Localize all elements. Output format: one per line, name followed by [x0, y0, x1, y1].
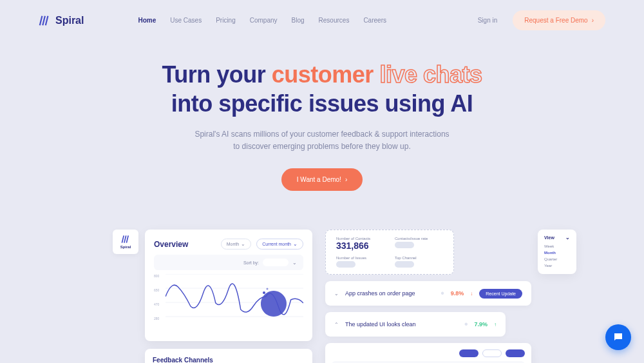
dashboard-right-column: Number of Contacts 331,866 Contacts/issu…	[325, 230, 531, 363]
main-nav: Home Use Cases Pricing Company Blog Reso…	[138, 17, 462, 24]
signin-link[interactable]: Sign in	[478, 17, 498, 24]
view-month[interactable]: Month	[544, 250, 570, 256]
header: Spiral Home Use Cases Pricing Company Bl…	[0, 0, 644, 41]
view-dropdown-card: View Week Month Quarter Year	[538, 230, 576, 274]
dashboard-preview: Spiral Overview Month Current month Sort…	[0, 204, 644, 363]
nav-pricing[interactable]: Pricing	[216, 17, 236, 24]
range-dropdown[interactable]: Current month	[256, 239, 303, 250]
nav-use-cases[interactable]: Use Cases	[170, 17, 202, 24]
contacts-value: 331,866	[336, 240, 384, 251]
nav-resources[interactable]: Resources	[319, 17, 350, 24]
pill-2[interactable]	[482, 349, 502, 357]
nav-home[interactable]: Home	[138, 17, 156, 24]
spiral-logo-icon	[121, 235, 130, 244]
sort-dropdown[interactable]	[263, 259, 289, 266]
recent-update-badge: Recent Update	[479, 289, 522, 299]
request-demo-button[interactable]: Request a Free Demo	[513, 10, 605, 30]
svg-point-4	[263, 291, 265, 294]
issue-row-ui[interactable]: ⌃ The updated UI looks clean • 7.9% ↑	[325, 312, 506, 337]
hero-section: Turn your customer live chats into speci…	[0, 41, 644, 204]
spiral-logo-icon	[39, 15, 50, 26]
logo[interactable]: Spiral	[39, 15, 84, 26]
chevron-down-icon	[241, 241, 245, 247]
nav-careers[interactable]: Careers	[363, 17, 386, 24]
sort-row: Sort by:	[154, 255, 303, 270]
pill-3[interactable]	[506, 349, 525, 357]
chevron-right-icon	[345, 176, 347, 183]
chevron-down-icon	[565, 235, 570, 240]
nav-company[interactable]: Company	[250, 17, 278, 24]
chevron-down-icon	[293, 241, 298, 247]
arrow-down-icon: ↓	[470, 291, 473, 297]
hero-cta-button[interactable]: I Want a Demo!	[281, 168, 363, 191]
pill-1[interactable]	[459, 349, 478, 357]
view-quarter[interactable]: Quarter	[544, 256, 570, 262]
hero-title: Turn your customer live chats into speci…	[13, 60, 631, 118]
chevron-up-icon: ⌃	[334, 322, 339, 328]
arrow-up-icon: ↑	[494, 322, 497, 328]
issue-row-crashes[interactable]: App crashes on order page • 9.8% ↓ Recen…	[325, 281, 531, 306]
stats-card: Number of Contacts 331,866 Contacts/issu…	[325, 230, 454, 275]
chevron-right-icon	[592, 17, 594, 24]
view-week[interactable]: Week	[544, 243, 570, 250]
overview-card: Overview Month Current month Sort by:	[145, 230, 312, 341]
logo-text: Spiral	[55, 15, 84, 26]
svg-point-5	[267, 288, 269, 290]
hero-cta-label: I Want a Demo!	[297, 176, 341, 183]
channels-title: Feedback Channels	[153, 357, 305, 363]
nav-blog[interactable]: Blog	[292, 17, 305, 24]
hero-subtitle: Spiral's AI scans millions of your custo…	[13, 128, 631, 153]
mini-logo-card: Spiral	[113, 230, 138, 254]
overview-title: Overview	[154, 240, 216, 249]
decorative-circle	[258, 288, 290, 320]
chat-icon	[612, 331, 624, 343]
chat-button[interactable]	[605, 324, 631, 350]
feedback-channels-card: Feedback Channels Emails Live Chats Phon…	[145, 349, 312, 363]
chevron-down-icon	[334, 291, 339, 297]
chevron-down-icon	[292, 260, 297, 266]
detail-card: Sort by: 3 June Widgets: App Reviews	[325, 343, 531, 363]
view-year[interactable]: Year	[544, 262, 570, 269]
request-demo-label: Request a Free Demo	[524, 17, 587, 24]
period-dropdown[interactable]: Month	[221, 239, 251, 250]
